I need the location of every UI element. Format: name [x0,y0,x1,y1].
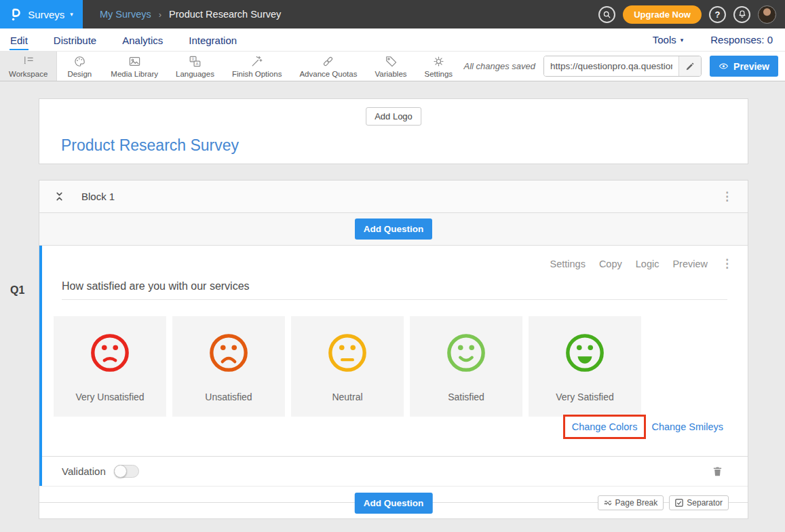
toolbar-item-media-library[interactable]: Media Library [102,52,167,81]
page-break-button[interactable]: Page Break [598,495,664,510]
preview-button[interactable]: Preview [710,56,778,77]
neutral-face-icon [326,332,368,374]
toggle-knob [114,465,127,478]
chain-link-icon [322,55,334,68]
question-logic-link[interactable]: Logic [636,259,659,269]
block-title[interactable]: Block 1 [81,191,115,202]
trash-icon [712,466,723,477]
option-very-unsatisfied[interactable]: Very Unsatisfied [54,316,166,417]
survey-url-input[interactable] [544,56,678,76]
survey-title[interactable]: Product Research Survey [61,136,239,155]
notifications-button[interactable] [733,6,750,23]
bell-icon [738,10,747,19]
breadcrumb-my-surveys[interactable]: My Surveys [100,9,151,20]
option-label: Satisfied [448,392,484,402]
block-header: Block 1 ⋮ [39,180,748,213]
svg-text:文: 文 [191,56,195,60]
add-logo-button[interactable]: Add Logo [366,107,421,126]
pencil-icon [685,62,695,71]
block-options-menu[interactable]: ⋮ [721,191,733,202]
upgrade-now-button[interactable]: Upgrade Now [623,5,702,24]
separator-button[interactable]: Separator [669,495,729,510]
collapse-icon [54,191,64,202]
toolbar-item-workspace[interactable]: Workspace [0,52,57,81]
app-menu[interactable]: Surveys ▾ [0,0,83,28]
toolbar-item-design[interactable]: Design [57,52,102,81]
block-footer: Add Question Page Break Separator [39,486,748,518]
question-options-menu[interactable]: ⋮ [721,258,733,269]
option-neutral[interactable]: Neutral [291,316,404,417]
collapse-block-button[interactable] [54,191,64,202]
survey-header-card: Add Logo Product Research Survey [39,98,748,164]
checkbox-checked-icon [675,499,683,507]
change-smileys-link[interactable]: Change Smileys [651,421,723,432]
tools-menu[interactable]: Tools ▾ [653,34,684,45]
toolbar-item-label: Variables [375,70,406,78]
translate-icon: 文A [189,55,202,68]
eye-icon [719,61,729,71]
tools-menu-label: Tools [653,34,676,45]
add-question-row: Add Question [39,213,748,246]
edit-url-button[interactable] [678,56,701,76]
image-icon [128,55,141,68]
option-unsatisfied[interactable]: Unsatisfied [172,316,285,417]
questionpro-logo-icon [9,7,22,22]
tab-edit[interactable]: Edit [9,30,28,50]
toolbar-item-finish-options[interactable]: Finish Options [223,52,291,81]
preview-button-label: Preview [733,61,769,72]
question-copy-link[interactable]: Copy [599,259,622,269]
magic-wand-icon [250,55,263,68]
footer-buttons: Page Break Separator [598,495,729,510]
option-label: Very Unsatisfied [75,392,144,402]
add-question-button-bottom[interactable]: Add Question [355,493,433,514]
question-actions: Settings Copy Logic Preview ⋮ [550,258,733,269]
breadcrumb-separator-icon: › [159,10,161,20]
page-break-label: Page Break [615,498,658,508]
toolbar-right: All changes saved Preview [464,52,785,81]
tab-integration[interactable]: Integration [188,30,237,50]
toolbar-item-label: Design [67,70,92,78]
page-break-icon [604,499,612,507]
toolbar-item-label: Advance Quotas [299,70,357,78]
toolbar-item-advance-quotas[interactable]: Advance Quotas [290,52,366,81]
smiley-config-links: Change Colors Change Smileys [563,415,723,439]
breadcrumb: My Surveys › Product Research Survey [100,9,281,20]
search-button[interactable] [598,6,615,23]
change-colors-highlight-box: Change Colors [563,415,647,439]
tag-icon [385,55,398,68]
validation-toggle[interactable] [114,465,139,478]
help-button[interactable]: ? [709,6,726,23]
toolbar-item-label: Workspace [9,70,47,78]
toolbar-item-variables[interactable]: Variables [366,52,415,81]
question-divider [62,299,727,300]
option-satisfied[interactable]: Satisfied [410,316,522,417]
validation-row: Validation [42,456,748,486]
question-preview-link[interactable]: Preview [672,259,708,269]
survey-nav-tabs: Edit Distribute Analytics Integration [9,30,237,50]
survey-url-box [543,56,702,77]
toolbar-item-settings[interactable]: Settings [416,52,462,81]
breadcrumb-current-survey: Product Research Survey [169,9,281,20]
responses-count: Responses: 0 [710,34,773,45]
workspace-canvas: Q1 Add Logo Product Research Survey Bloc… [0,81,785,532]
question-text[interactable]: How satisfied are you with our services [62,280,250,292]
toolbar-item-label: Finish Options [232,70,282,78]
option-very-satisfied[interactable]: Very Satisfied [529,316,641,417]
add-question-button-top[interactable]: Add Question [355,218,433,240]
question-code: Q1 [10,284,24,297]
toolbar-item-label: Languages [176,70,214,78]
change-colors-link[interactable]: Change Colors [572,421,638,432]
question-section: Settings Copy Logic Preview ⋮ How satisf… [39,246,748,486]
tab-distribute[interactable]: Distribute [53,30,97,50]
toolbar-item-label: Media Library [111,70,158,78]
tab-analytics[interactable]: Analytics [121,30,164,50]
kebab-menu-icon: ⋮ [721,190,733,203]
app-menu-label: Surveys [28,9,64,20]
user-avatar[interactable] [758,5,776,24]
delete-question-button[interactable] [712,466,723,477]
workspace-icon [22,55,35,68]
kebab-menu-icon: ⋮ [721,257,733,270]
question-settings-link[interactable]: Settings [550,259,585,269]
gear-icon [432,55,445,68]
toolbar-item-languages[interactable]: 文A Languages [167,52,223,81]
